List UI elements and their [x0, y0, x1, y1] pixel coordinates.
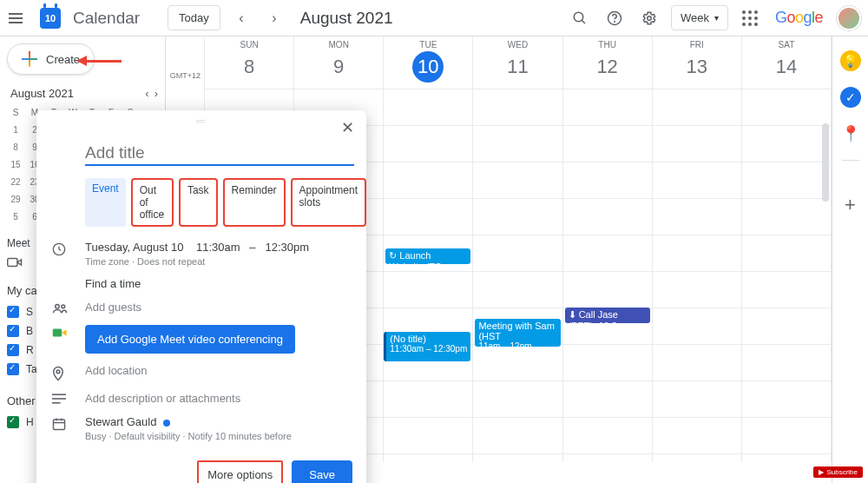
mini-day[interactable]: 1	[7, 122, 24, 138]
day-header[interactable]: THU12	[563, 36, 653, 89]
plus-icon	[22, 51, 37, 67]
add-meet-button[interactable]: Add Google Meet video conferencing	[85, 325, 295, 354]
start-time[interactable]: 11:30am	[196, 241, 240, 254]
date-number[interactable]: 9	[323, 51, 354, 83]
day-header[interactable]: TUE10	[384, 36, 473, 89]
event-type-icon: ⬇	[569, 309, 579, 320]
find-time-link[interactable]: Find a time	[85, 277, 352, 290]
checkbox-icon[interactable]	[7, 416, 19, 428]
day-header[interactable]: FRI13	[653, 36, 742, 89]
dow-label: THU	[563, 40, 652, 50]
create-label: Create	[46, 53, 80, 66]
next-week-button[interactable]: ›	[262, 6, 286, 30]
mini-day[interactable]: 15	[7, 157, 24, 173]
mini-day[interactable]: 8	[7, 140, 24, 155]
tab-reminder[interactable]: Reminder	[223, 178, 286, 227]
event-date[interactable]: Tuesday, August 10	[85, 241, 183, 254]
event-quick-create-dialog: ═ ✕ EventOut of officeTaskReminderAppoin…	[36, 110, 366, 483]
location-input[interactable]: Add location	[85, 364, 352, 377]
add-addon-button[interactable]: +	[845, 194, 856, 216]
date-number[interactable]: 13	[681, 51, 713, 83]
mini-day[interactable]: 29	[7, 192, 24, 208]
description-input[interactable]: Add description or attachments	[85, 392, 352, 405]
date-number[interactable]: 8	[233, 51, 265, 83]
settings-icon[interactable]	[636, 5, 662, 31]
day-column[interactable]: ↻ Launch Website (TS(No title)11:30am – …	[384, 89, 473, 462]
side-panel: 💡 ✓ 📍 +	[832, 36, 868, 483]
organizer-name: Stewart Gauld	[85, 415, 156, 428]
days-header: GMT+12 SUN8MON9TUE10WED11THU12FRI13SAT14	[166, 36, 832, 89]
search-icon[interactable]	[567, 5, 593, 31]
date-number[interactable]: 14	[771, 51, 802, 83]
day-column[interactable]	[742, 89, 832, 462]
tab-appointment-slots[interactable]: Appointment slots	[291, 178, 366, 227]
svg-point-0	[574, 12, 583, 22]
more-options-button[interactable]: More options	[197, 460, 283, 483]
tab-task[interactable]: Task	[179, 178, 218, 227]
account-avatar[interactable]	[837, 6, 861, 30]
calendar-event[interactable]: ⬇ Call Jase (PFE), 10:3	[565, 308, 650, 323]
mini-calendar-header: August 2021 ‹ ›	[7, 87, 158, 100]
tab-out-of-office[interactable]: Out of office	[131, 178, 174, 227]
drag-handle-icon[interactable]: ═	[196, 114, 207, 128]
mini-prev-button[interactable]: ‹	[145, 87, 148, 100]
dow-label: SAT	[742, 40, 831, 50]
visibility-label[interactable]: Busy · Default visibility · Notify 10 mi…	[85, 431, 352, 441]
calendar-event[interactable]: ↻ Launch Website (TS	[385, 248, 470, 264]
app-header: 10 Calendar Today ‹ › August 2021 Week ▾…	[0, 0, 868, 36]
tasks-icon[interactable]: ✓	[840, 87, 861, 108]
mini-day[interactable]: 5	[7, 209, 24, 225]
checkbox-icon[interactable]	[7, 363, 19, 375]
youtube-subscribe-badge[interactable]: ▶ Subscribe	[813, 466, 863, 478]
guests-row: Add guests	[36, 295, 366, 320]
calendar-item-label: B	[26, 325, 33, 337]
help-icon[interactable]	[602, 5, 628, 31]
dow-label: MON	[294, 40, 383, 50]
timezone-repeat-label[interactable]: Time zone · Does not repeat	[85, 256, 352, 267]
brand-label: Calendar	[73, 9, 140, 28]
calendar-item-label: R	[26, 344, 34, 356]
day-header[interactable]: MON9	[294, 36, 384, 89]
timezone-label: GMT+12	[166, 36, 205, 89]
checkbox-icon[interactable]	[7, 325, 19, 337]
event-type-icon: ↻	[389, 250, 399, 261]
tab-event[interactable]: Event	[85, 178, 126, 227]
day-column[interactable]	[653, 89, 742, 462]
checkbox-icon[interactable]	[7, 306, 19, 318]
calendar-icon	[52, 415, 71, 431]
save-button[interactable]: Save	[292, 460, 352, 483]
dow-label: WED	[473, 40, 562, 50]
today-button[interactable]: Today	[168, 5, 220, 30]
day-column[interactable]: ⬇ Call Jase (PFE), 10:3	[563, 89, 653, 462]
maps-icon[interactable]: 📍	[840, 123, 861, 144]
keep-icon[interactable]: 💡	[840, 50, 861, 71]
prev-week-button[interactable]: ‹	[229, 6, 253, 30]
end-time[interactable]: 12:30pm	[265, 241, 309, 254]
annotation-arrow	[76, 56, 122, 66]
close-button[interactable]: ✕	[335, 116, 359, 140]
event-title-input[interactable]	[85, 142, 354, 166]
date-number[interactable]: 12	[592, 51, 623, 83]
vertical-scrollbar[interactable]	[822, 123, 829, 202]
svg-rect-5	[8, 259, 17, 267]
apps-grid-icon	[742, 10, 758, 26]
view-selector[interactable]: Week ▾	[671, 5, 728, 30]
day-header[interactable]: WED11	[473, 36, 562, 89]
day-header[interactable]: SAT14	[742, 36, 832, 89]
view-label: Week	[681, 11, 709, 24]
google-apps-button[interactable]	[737, 5, 763, 31]
date-number[interactable]: 11	[502, 51, 533, 83]
day-column[interactable]: Meeting with Sam (HST11am – 12pm	[473, 89, 562, 462]
date-number[interactable]: 10	[412, 51, 444, 83]
calendar-event[interactable]: Meeting with Sam (HST11am – 12pm	[475, 319, 560, 347]
calendar-event[interactable]: (No title)11:30am – 12:30pm	[384, 332, 470, 361]
dialog-footer: More options Save	[36, 453, 366, 483]
mini-day[interactable]: 22	[7, 175, 24, 190]
main-menu-button[interactable]	[0, 3, 31, 34]
mini-dow: S	[7, 105, 24, 121]
day-header[interactable]: SUN8	[205, 36, 294, 89]
checkbox-icon[interactable]	[7, 344, 19, 356]
mini-next-button[interactable]: ›	[155, 87, 158, 100]
guests-input[interactable]: Add guests	[85, 301, 352, 314]
dow-label: SUN	[205, 40, 293, 50]
